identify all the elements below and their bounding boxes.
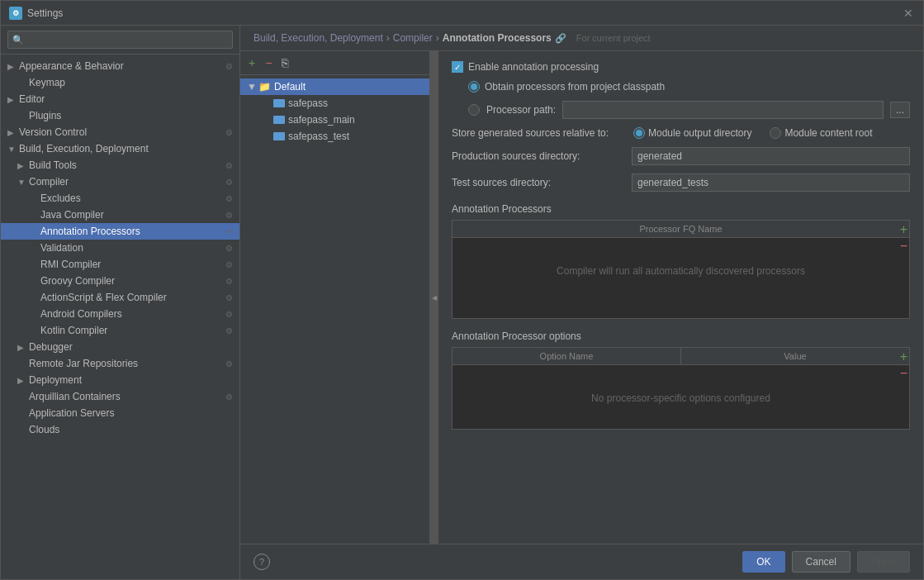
sidebar-item-excludes[interactable]: Excludes ⚙ [1,190,239,207]
settings-icon: ⚙ [225,194,233,203]
annotation-processors-table: Processor FQ Name Compiler will run all … [452,220,910,319]
test-sources-input[interactable] [632,174,910,192]
enable-annotation-checkbox[interactable] [452,61,463,73]
sidebar-item-clouds[interactable]: Clouds [1,421,239,438]
profile-tree: ▼ 📁 Default safepass [240,75,429,544]
settings-window: ⚙ Settings ✕ 🔍 ▶ Appearance & Behavior ⚙ [0,0,924,580]
settings-icon: ⚙ [225,161,233,170]
sidebar-item-java-compiler[interactable]: Java Compiler ⚙ [1,207,239,223]
splitter-icon: ◀ [432,294,437,302]
test-sources-row: Test sources directory: [452,174,910,192]
processor-fq-header: Processor FQ Name [453,221,909,237]
project-tag: For current project [576,33,651,43]
sidebar-item-kotlin-compiler[interactable]: Kotlin Compiler ⚙ [1,322,239,339]
sidebar-item-android-compilers[interactable]: Android Compilers ⚙ [1,306,239,322]
sidebar-item-groovy-compiler[interactable]: Groovy Compiler ⚙ [1,273,239,289]
apply-button[interactable]: Apply [857,551,910,573]
sidebar-item-deployment[interactable]: ▶ Deployment [1,372,239,388]
arrow-icon: ▶ [7,62,19,71]
sidebar-item-arquillian[interactable]: Arquillian Containers ⚙ [1,388,239,405]
settings-icon: ⚙ [225,211,233,220]
obtain-processors-label[interactable]: Obtain processors from project classpath [468,81,665,93]
sidebar-item-plugins[interactable]: Plugins [1,107,239,124]
sidebar-item-build-exec[interactable]: ▼ Build, Execution, Deployment [1,140,239,157]
sidebar-item-debugger[interactable]: ▶ Debugger [1,339,239,355]
sidebar-item-remote-jar[interactable]: Remote Jar Repositories ⚙ [1,355,239,372]
processor-path-input[interactable] [562,101,884,119]
help-button[interactable]: ? [254,554,270,570]
sidebar-tree: ▶ Appearance & Behavior ⚙ Keymap ▶ Edito… [1,55,239,579]
sidebar-item-build-tools[interactable]: ▶ Build Tools ⚙ [1,157,239,174]
sidebar: 🔍 ▶ Appearance & Behavior ⚙ Keymap [1,26,240,579]
annotation-processor-options-label: Annotation Processor options [452,330,910,342]
module-content-option[interactable]: Module content root [770,127,872,139]
profile-item-default[interactable]: ▼ 📁 Default [240,78,429,95]
annotation-processor-options-table: Option Name Value No processor-specific … [452,347,910,430]
breadcrumb-sep1: › [386,32,390,44]
search-bar: 🔍 [1,26,239,55]
add-profile-button[interactable]: + [245,55,258,71]
enable-annotation-label[interactable]: Enable annotation processing [452,61,599,73]
sidebar-item-compiler[interactable]: ▼ Compiler ⚙ [1,174,239,190]
settings-icon: ⚙ [225,178,233,187]
sidebar-item-actionscript[interactable]: ActionScript & Flex Compiler ⚙ [1,289,239,306]
breadcrumb-part2: Compiler [393,32,433,44]
processor-path-row: Processor path: ... [468,101,910,119]
add-option-button[interactable]: + [900,349,907,364]
close-button[interactable]: ✕ [902,7,915,20]
sidebar-item-rmi-compiler[interactable]: RMI Compiler ⚙ [1,256,239,273]
window-title: Settings [27,7,902,19]
vertical-splitter[interactable]: ◀ [430,51,438,544]
sidebar-item-app-servers[interactable]: Application Servers [1,405,239,421]
breadcrumb-part3: Annotation Processors [443,32,552,44]
window-icon: ⚙ [9,7,22,20]
add-processor-button[interactable]: + [900,222,907,237]
module-output-option[interactable]: Module output directory [633,127,751,139]
settings-icon: ⚙ [225,62,233,71]
breadcrumb: Build, Execution, Deployment › Compiler … [240,26,923,51]
option-name-header: Option Name [453,348,681,364]
module-icon [273,116,285,124]
search-icon: 🔍 [12,35,24,45]
annotation-processors-section-label: Annotation Processors [452,203,910,215]
settings-icon: ⚙ [225,310,233,319]
arrow-icon: ▶ [17,343,29,352]
sidebar-item-keymap[interactable]: Keymap [1,74,239,91]
sidebar-item-annotation-processors[interactable]: Annotation Processors ✏ [1,223,239,240]
arrow-icon: ▶ [7,95,19,104]
arrow-icon: ▼ [17,178,29,187]
obtain-processors-radio[interactable] [468,81,480,93]
production-sources-row: Production sources directory: [452,147,910,165]
settings-icon: ⚙ [225,326,233,335]
folder-icon: 📁 [258,81,271,93]
profile-item-safepass-main[interactable]: safepass_main [240,112,429,128]
copy-profile-button[interactable]: ⎘ [278,55,291,71]
sidebar-item-editor[interactable]: ▶ Editor [1,91,239,107]
arrow-icon: ▶ [17,161,29,170]
main-panel: Build, Execution, Deployment › Compiler … [240,26,923,579]
module-content-radio[interactable] [770,127,781,139]
processor-path-dots-button[interactable]: ... [890,102,910,118]
main-split: + − ⎘ ▼ 📁 Default [240,51,923,544]
arrow-icon: ▼ [7,145,19,154]
bottom-bar: ? OK Cancel Apply [240,544,923,579]
module-output-radio[interactable] [633,127,645,139]
profile-item-safepass-test[interactable]: safepass_test [240,128,429,145]
module-icon [273,99,285,107]
options-table-empty: No processor-specific options configured [591,392,770,404]
arrow-icon: ▶ [17,376,29,385]
remove-option-button[interactable]: − [900,366,907,381]
remove-profile-button[interactable]: − [262,55,275,71]
store-sources-label: Store generated sources relative to: [452,127,625,139]
remove-processor-button[interactable]: − [900,239,907,254]
ok-button[interactable]: OK [742,551,784,573]
search-input[interactable] [7,31,233,49]
production-sources-input[interactable] [632,147,910,165]
enable-annotation-row: Enable annotation processing [452,61,910,73]
profile-item-safepass[interactable]: safepass [240,95,429,112]
processor-path-radio[interactable] [468,104,480,116]
sidebar-item-version-control[interactable]: ▶ Version Control ⚙ [1,124,239,140]
cancel-button[interactable]: Cancel [792,551,851,573]
sidebar-item-appearance[interactable]: ▶ Appearance & Behavior ⚙ [1,58,239,74]
sidebar-item-validation[interactable]: Validation ⚙ [1,240,239,256]
